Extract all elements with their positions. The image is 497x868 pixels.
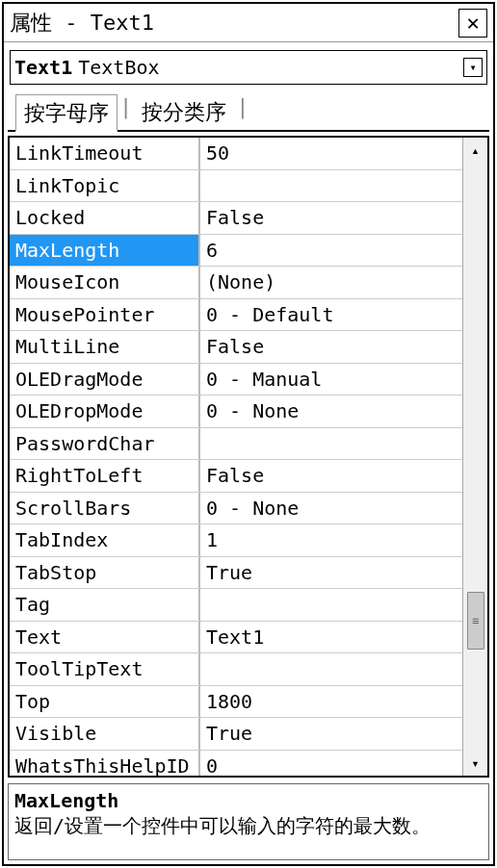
property-row[interactable]: VisibleTrue — [10, 718, 462, 751]
property-name[interactable]: MouseIcon — [10, 267, 200, 298]
property-name[interactable]: OLEDropMode — [10, 396, 200, 427]
property-row[interactable]: LockedFalse — [10, 202, 462, 235]
tab-categorized[interactable]: 按分类序 — [134, 94, 234, 130]
property-value[interactable] — [200, 170, 462, 202]
property-value[interactable]: (None) — [200, 267, 462, 298]
property-row[interactable]: MaxLength — [10, 235, 462, 268]
tab-alphabetical[interactable]: 按字母序 — [15, 94, 118, 132]
property-name[interactable]: ToolTipText — [10, 653, 200, 685]
property-value[interactable]: False — [200, 460, 462, 492]
property-name[interactable]: Top — [10, 686, 200, 718]
property-row[interactable]: Tag — [10, 589, 462, 622]
property-value[interactable]: 1800 — [200, 686, 462, 718]
property-row[interactable]: PasswordChar — [10, 428, 462, 461]
close-icon: ✕ — [466, 11, 479, 35]
property-row[interactable]: TabStopTrue — [10, 557, 462, 590]
property-value[interactable] — [200, 589, 462, 621]
property-grid-container: LinkTimeout50LinkTopicLockedFalseMaxLeng… — [8, 136, 489, 778]
property-name[interactable]: MaxLength — [10, 235, 200, 267]
property-row[interactable]: MultiLineFalse — [10, 331, 462, 364]
property-row[interactable]: OLEDragMode0 - Manual — [10, 364, 462, 396]
property-value[interactable]: 0 - Manual — [200, 364, 462, 396]
property-row[interactable]: LinkTopic — [10, 170, 462, 203]
property-row[interactable]: TextText1 — [10, 622, 462, 654]
property-value[interactable]: 1 — [200, 524, 462, 556]
property-value[interactable]: 0 - None — [200, 493, 462, 524]
property-name[interactable]: Text — [10, 622, 200, 653]
property-name[interactable]: LinkTopic — [10, 170, 200, 202]
property-name[interactable]: TabStop — [10, 557, 200, 589]
property-name[interactable]: ScrollBars — [10, 493, 200, 524]
property-row[interactable]: MouseIcon(None) — [10, 267, 462, 299]
description-pane: MaxLength 返回/设置一个控件中可以输入的字符的最大数。 — [8, 783, 489, 860]
property-value[interactable]: False — [200, 331, 462, 363]
object-selector[interactable]: Text1 TextBox ▾ — [10, 50, 487, 85]
property-name[interactable]: Tag — [10, 589, 200, 621]
close-button[interactable]: ✕ — [458, 9, 487, 38]
property-row[interactable]: MousePointer0 - Default — [10, 299, 462, 332]
tabs: 按字母序 | 按分类序 | — [8, 89, 489, 132]
dropdown-arrow-icon[interactable]: ▾ — [463, 58, 483, 77]
scroll-up-icon[interactable]: ▴ — [463, 138, 487, 163]
property-value[interactable] — [200, 653, 462, 685]
property-row[interactable]: OLEDropMode0 - None — [10, 396, 462, 428]
scroll-thumb[interactable] — [467, 592, 484, 650]
property-value[interactable] — [200, 235, 462, 267]
description-property-name: MaxLength — [14, 788, 483, 813]
property-row[interactable]: LinkTimeout50 — [10, 138, 462, 170]
object-name: Text1 — [14, 56, 72, 79]
property-name[interactable]: RightToLeft — [10, 460, 200, 492]
property-value-input[interactable] — [206, 239, 457, 262]
property-value[interactable] — [200, 428, 462, 460]
property-value[interactable]: True — [200, 557, 462, 589]
property-name[interactable]: TabIndex — [10, 524, 200, 556]
scroll-down-icon[interactable]: ▾ — [463, 751, 487, 776]
property-value[interactable]: 50 — [200, 138, 462, 169]
property-row[interactable]: RightToLeftFalse — [10, 460, 462, 493]
property-name[interactable]: PasswordChar — [10, 428, 200, 460]
property-row[interactable]: Top1800 — [10, 686, 462, 719]
property-row[interactable]: TabIndex1 — [10, 524, 462, 557]
property-value[interactable]: 0 - Default — [200, 299, 462, 331]
property-name[interactable]: WhatsThisHelpID — [10, 751, 200, 777]
properties-window: 属性 - Text1 ✕ Text1 TextBox ▾ 按字母序 | 按分类序… — [2, 2, 495, 866]
object-type: TextBox — [78, 56, 463, 79]
tab-separator: | — [119, 94, 132, 130]
window-title: 属性 - Text1 — [10, 9, 154, 38]
property-name[interactable]: MultiLine — [10, 331, 200, 363]
property-grid[interactable]: LinkTimeout50LinkTopicLockedFalseMaxLeng… — [10, 138, 462, 776]
property-row[interactable]: ScrollBars0 - None — [10, 493, 462, 525]
property-value[interactable]: 0 - None — [200, 396, 462, 427]
property-value[interactable]: False — [200, 202, 462, 234]
property-value[interactable]: Text1 — [200, 622, 462, 653]
property-name[interactable]: Visible — [10, 718, 200, 750]
titlebar: 属性 - Text1 ✕ — [4, 4, 493, 42]
property-row[interactable]: ToolTipText — [10, 653, 462, 686]
property-name[interactable]: Locked — [10, 202, 200, 234]
property-value[interactable]: 0 — [200, 751, 462, 777]
property-row[interactable]: WhatsThisHelpID0 — [10, 751, 462, 777]
property-name[interactable]: MousePointer — [10, 299, 200, 331]
description-text: 返回/设置一个控件中可以输入的字符的最大数。 — [14, 814, 431, 837]
property-value[interactable]: True — [200, 718, 462, 750]
property-name[interactable]: LinkTimeout — [10, 138, 200, 169]
vertical-scrollbar[interactable]: ▴ ▾ — [462, 138, 487, 776]
tab-separator: | — [236, 94, 248, 130]
property-name[interactable]: OLEDragMode — [10, 364, 200, 396]
